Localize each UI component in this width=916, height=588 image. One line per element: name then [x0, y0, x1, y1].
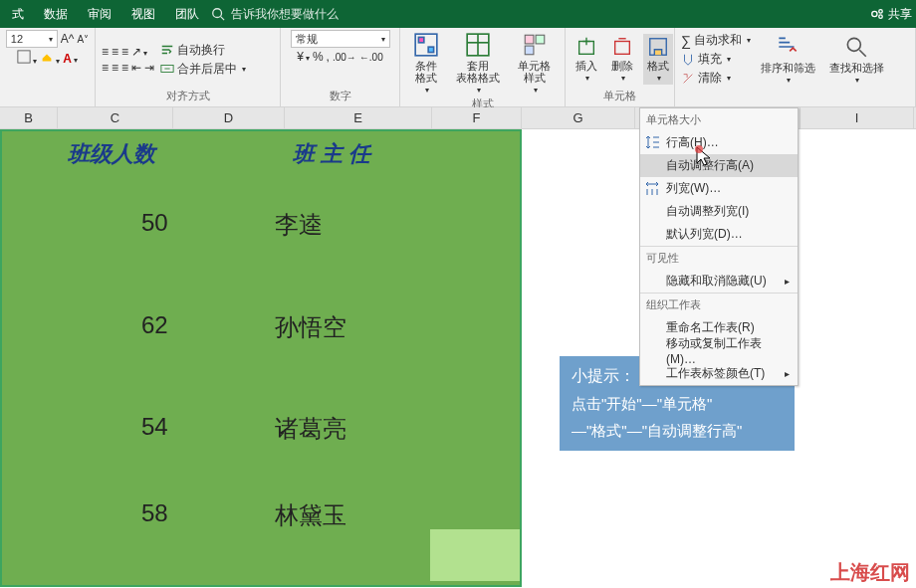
col-header[interactable]: I — [801, 107, 914, 128]
menu-item-row-height[interactable]: 行高(H)… — [640, 131, 798, 154]
insert-button[interactable]: 插入▾ — [572, 34, 601, 85]
font-size-select[interactable]: 12▾ — [6, 30, 58, 48]
align-middle-icon[interactable]: ≡ — [112, 45, 118, 59]
currency-icon[interactable]: ¥▾ — [297, 50, 310, 64]
sort-filter-button[interactable]: 排序和筛选▾ — [757, 32, 819, 87]
percent-icon[interactable]: % — [313, 50, 324, 64]
wrap-text-button[interactable]: 自动换行 — [160, 42, 246, 59]
align-top-icon[interactable]: ≡ — [102, 45, 109, 59]
col-header[interactable]: C — [58, 107, 173, 128]
orientation-icon[interactable]: ↗▾ — [131, 45, 147, 59]
conditional-format-button[interactable]: 条件格式▾ — [406, 30, 446, 97]
row-height-icon — [644, 134, 660, 150]
menu-item-move-copy-sheet[interactable]: 移动或复制工作表(M)… — [640, 339, 798, 362]
menu-item-tab-color[interactable]: 工作表标签颜色(T)▸ — [640, 362, 798, 385]
fill-color-icon[interactable]: ▾ — [40, 50, 60, 67]
col-width-icon — [644, 180, 660, 196]
data-cell: 50 — [141, 209, 168, 237]
decrease-font-icon[interactable]: A˅ — [77, 34, 89, 45]
align-bottom-icon[interactable]: ≡ — [121, 45, 128, 59]
data-cell: 54 — [141, 413, 168, 441]
share-button[interactable]: 共享 — [870, 6, 912, 23]
svg-rect-10 — [428, 47, 433, 52]
decrease-decimal-icon[interactable]: ←.00 — [359, 52, 383, 63]
number-format-select[interactable]: 常规▾ — [291, 30, 390, 48]
find-select-button[interactable]: 查找和选择▾ — [825, 32, 888, 87]
header-cell: 班级人数 — [68, 139, 155, 169]
hint-line: —"格式"—"自动调整行高" — [572, 422, 783, 441]
cell-styles-button[interactable]: 单元格样式▾ — [510, 30, 559, 97]
data-cell: 林黛玉 — [275, 499, 346, 531]
svg-line-1 — [221, 17, 225, 21]
data-cell: 李逵 — [275, 209, 323, 241]
col-header[interactable]: D — [173, 107, 285, 128]
svg-rect-16 — [525, 46, 534, 55]
menu-section-header: 单元格大小 — [640, 108, 798, 131]
menu-item-col-width[interactable]: 列宽(W)… — [640, 177, 798, 200]
tab[interactable]: 审阅 — [80, 0, 119, 28]
col-header[interactable]: F — [432, 107, 522, 128]
tab[interactable]: 视图 — [123, 0, 163, 28]
menu-section-header: 组织工作表 — [640, 294, 798, 316]
svg-point-0 — [213, 9, 222, 18]
svg-rect-9 — [419, 37, 424, 42]
tab[interactable]: 数据 — [36, 0, 76, 28]
fill-button[interactable]: 填充▾ — [681, 51, 751, 68]
col-header[interactable]: E — [285, 107, 432, 128]
font-color-icon[interactable]: A▾ — [63, 52, 78, 66]
ribbon: 12▾ A^ A˅ ▾ ▾ A▾ ≡ ≡ ≡ ↗▾ ≡ — [0, 28, 916, 107]
header-cell: 班 主 任 — [293, 139, 370, 169]
format-dropdown-menu: 单元格大小 行高(H)… 自动调整行高(A) 列宽(W)… 自动调整列宽(I) … — [639, 107, 799, 386]
svg-point-3 — [879, 10, 883, 14]
data-cell: 62 — [141, 311, 168, 339]
svg-point-2 — [872, 11, 877, 16]
watermark-text: 上海红网 — [830, 559, 910, 586]
menu-item-hide-unhide[interactable]: 隐藏和取消隐藏(U)▸ — [640, 270, 798, 293]
indent-increase-icon[interactable]: ⇥ — [144, 61, 154, 75]
delete-button[interactable]: 删除▾ — [607, 34, 637, 85]
svg-point-23 — [848, 38, 861, 51]
align-center-icon[interactable]: ≡ — [112, 61, 118, 75]
data-cell: 诸葛亮 — [275, 413, 346, 445]
col-header[interactable]: G — [522, 107, 635, 128]
align-left-icon[interactable]: ≡ — [102, 61, 109, 75]
svg-point-25 — [695, 145, 703, 153]
ribbon-tabs: 式 数据 审阅 视图 团队 告诉我你想要做什么 — [4, 0, 339, 28]
svg-line-24 — [860, 50, 867, 57]
menu-section-header: 可见性 — [640, 247, 798, 270]
format-button[interactable]: 格式▾ — [643, 34, 673, 85]
svg-rect-14 — [525, 35, 534, 44]
merge-center-button[interactable]: 合并后居中▾ — [160, 61, 246, 78]
indent-decrease-icon[interactable]: ⇤ — [131, 61, 141, 75]
increase-decimal-icon[interactable]: .00→ — [333, 52, 356, 63]
svg-point-4 — [879, 15, 883, 19]
increase-font-icon[interactable]: A^ — [61, 32, 75, 46]
format-table-button[interactable]: 套用 表格格式▾ — [452, 30, 504, 97]
data-cell: 58 — [141, 499, 168, 527]
title-tabs: 式 数据 审阅 视图 团队 告诉我你想要做什么 共享 — [0, 0, 916, 28]
menu-item-default-width[interactable]: 默认列宽(D)… — [640, 223, 798, 246]
clear-button[interactable]: 清除▾ — [681, 70, 751, 87]
selection-range — [0, 129, 522, 587]
tab[interactable]: 团队 — [167, 0, 207, 28]
align-right-icon[interactable]: ≡ — [121, 61, 128, 75]
tab[interactable]: 式 — [4, 0, 32, 28]
mouse-cursor-icon — [695, 145, 715, 170]
comma-icon[interactable]: , — [327, 50, 330, 64]
hint-line: 点击"开始"—"单元格" — [572, 395, 783, 414]
tell-me-search[interactable]: 告诉我你想要做什么 — [211, 6, 339, 23]
col-header[interactable]: B — [0, 107, 58, 128]
svg-rect-5 — [18, 51, 30, 63]
data-cell: 孙悟空 — [275, 311, 346, 343]
menu-item-autofit-row-height[interactable]: 自动调整行高(A) — [640, 154, 798, 177]
menu-item-autofit-col-width[interactable]: 自动调整列宽(I) — [640, 200, 798, 223]
svg-rect-20 — [615, 42, 630, 55]
autosum-button[interactable]: ∑ 自动求和▾ — [681, 32, 751, 49]
border-icon[interactable]: ▾ — [17, 50, 37, 67]
svg-rect-15 — [536, 35, 545, 44]
